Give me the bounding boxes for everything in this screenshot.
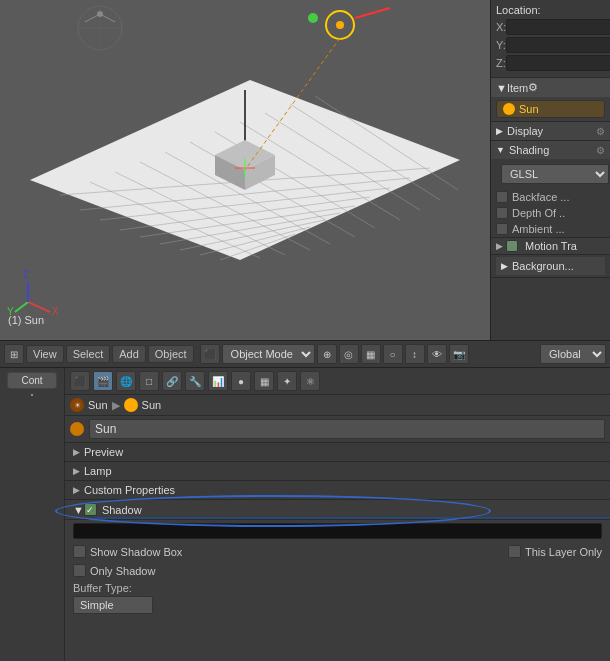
item-section: ▼ Item ⚙ Sun [491, 78, 610, 122]
x-label: X: [496, 21, 506, 33]
lamp-breadcrumb-icon [124, 398, 138, 412]
background-section: ▶ Backgroun... [491, 255, 610, 278]
this-layer-only-item: This Layer Only [508, 545, 602, 558]
global-select[interactable]: Global Local Normal [540, 344, 606, 364]
svg-text:X: X [52, 306, 59, 317]
motion-checkbox[interactable] [506, 240, 518, 252]
shadow-options-row: Show Shadow Box This Layer Only [65, 542, 610, 561]
show-shadow-box-checkbox[interactable] [73, 545, 86, 558]
constraint-icon-btn[interactable]: 🔗 [162, 371, 182, 391]
svg-point-28 [336, 21, 344, 29]
data-icon-btn[interactable]: 📊 [208, 371, 228, 391]
mode-select[interactable]: Object Mode Edit Mode Sculpt Mode [222, 344, 315, 364]
transform-icon[interactable]: ⬛ [200, 344, 220, 364]
shading-label: Shading [509, 144, 549, 156]
background-header[interactable]: ▶ Backgroun... [496, 257, 605, 275]
bottom-panel: Cont ⬛ 🎬 🌐 □ 🔗 🔧 📊 ● ▦ ✦ ⚛ ☀ Sun ▶ Sun [0, 368, 610, 661]
x-value[interactable] [506, 19, 610, 35]
texture-icon-btn[interactable]: ▦ [254, 371, 274, 391]
depth-checkbox[interactable] [496, 207, 508, 219]
show-icon[interactable]: 👁 [427, 344, 447, 364]
shading-mode-select[interactable]: GLSL Multitexture Texture [501, 164, 609, 184]
scene-icon-btn[interactable]: ⬛ [70, 371, 90, 391]
material-icon-btn[interactable]: ● [231, 371, 251, 391]
add-menu[interactable]: Add [112, 345, 146, 363]
sun-breadcrumb-icon: ☀ [70, 398, 84, 412]
location-y-row: Y: [496, 37, 605, 53]
this-layer-only-checkbox[interactable] [508, 545, 521, 558]
backface-label: Backface ... [512, 191, 569, 203]
backface-row: Backface ... [491, 189, 610, 205]
lamp-arrow: ▶ [73, 466, 80, 476]
ambient-label: Ambient ... [512, 223, 565, 235]
display-header[interactable]: ▶ Display ⚙ [491, 122, 610, 140]
snap-icon[interactable]: ⊕ [317, 344, 337, 364]
custom-props-section-header[interactable]: ▶ Custom Properties [65, 481, 610, 500]
render-layer-icon-btn[interactable]: 🎬 [93, 371, 113, 391]
properties-icon-toolbar: ⬛ 🎬 🌐 □ 🔗 🔧 📊 ● ▦ ✦ ⚛ [65, 368, 610, 395]
shadow-options-row2: Only Shadow [65, 561, 610, 580]
shadow-color-bar[interactable] [73, 523, 602, 539]
viewport-3d[interactable]: User Ortho Meters [0, 0, 490, 340]
sun-name: Sun [519, 103, 539, 115]
prop-edit-icon[interactable]: ○ [383, 344, 403, 364]
bg-arrow: ▶ [501, 261, 508, 271]
motion-section: ▶ Motion Tra [491, 238, 610, 255]
custom-props-label: Custom Properties [84, 484, 175, 496]
display-section: ▶ Display ⚙ [491, 122, 610, 141]
bg-label: Backgroun... [512, 260, 574, 272]
shading-header[interactable]: ▼ Shading ⚙ [491, 141, 610, 159]
manipulator-icon[interactable]: ↕ [405, 344, 425, 364]
depth-row: Depth Of .. [491, 205, 610, 221]
world-icon-btn[interactable]: 🌐 [116, 371, 136, 391]
depth-label: Depth Of .. [512, 207, 565, 219]
breadcrumb-bar: ☀ Sun ▶ Sun [65, 395, 610, 416]
only-shadow-item: Only Shadow [73, 564, 155, 577]
y-value[interactable] [506, 37, 610, 53]
shadow-label: Shadow [102, 504, 142, 516]
lamp-section-header[interactable]: ▶ Lamp [65, 462, 610, 481]
preview-arrow: ▶ [73, 447, 80, 457]
sun-lamp-icon [503, 103, 515, 115]
location-section: Location: X: Y: Z: [491, 0, 610, 78]
view-menu[interactable]: View [26, 345, 64, 363]
object-icon-btn[interactable]: □ [139, 371, 159, 391]
buffer-type-label: Buffer Type: [73, 582, 602, 594]
motion-label: Motion Tra [525, 240, 577, 252]
sun-button[interactable]: Sun [496, 100, 605, 118]
modifier-icon-btn[interactable]: 🔧 [185, 371, 205, 391]
breadcrumb-sun: Sun [88, 399, 108, 411]
ambient-row: Ambient ... [491, 221, 610, 237]
only-shadow-label: Only Shadow [90, 565, 155, 577]
particle-icon-btn[interactable]: ✦ [277, 371, 297, 391]
preview-section-header[interactable]: ▶ Preview [65, 443, 610, 462]
sun-name-input[interactable] [89, 419, 605, 439]
select-menu[interactable]: Select [66, 345, 111, 363]
cont-btn[interactable]: Cont [7, 372, 57, 389]
shadow-enable-checkbox[interactable]: ✓ [84, 503, 97, 516]
shadow-section: ▼ ✓ Shadow Show Shadow Box This Layer On… [65, 500, 610, 616]
display-label: Display [507, 125, 543, 137]
item-header[interactable]: ▼ Item ⚙ [491, 78, 610, 97]
svg-point-29 [308, 13, 318, 23]
shading-section: ▼ Shading ⚙ GLSL Multitexture Texture Ba… [491, 141, 610, 238]
backface-checkbox[interactable] [496, 191, 508, 203]
z-value[interactable] [506, 55, 610, 71]
shadow-section-header[interactable]: ▼ ✓ Shadow [65, 500, 610, 520]
only-shadow-checkbox[interactable] [73, 564, 86, 577]
layer-icon[interactable]: ▦ [361, 344, 381, 364]
item-gear-icon: ⚙ [528, 81, 538, 94]
sun-field-icon [70, 422, 84, 436]
viewport-icon-btn[interactable]: ⊞ [4, 344, 24, 364]
main-toolbar: ⊞ View Select Add Object ⬛ Object Mode E… [0, 340, 610, 368]
z-label: Z: [496, 57, 506, 69]
ambient-checkbox[interactable] [496, 223, 508, 235]
custom-arrow: ▶ [73, 485, 80, 495]
location-z-row: Z: [496, 55, 605, 71]
pivot-icon[interactable]: ◎ [339, 344, 359, 364]
render-icon[interactable]: 📷 [449, 344, 469, 364]
physics-icon-btn[interactable]: ⚛ [300, 371, 320, 391]
location-title: Location: [496, 4, 605, 16]
buffer-value[interactable]: Simple [73, 596, 153, 614]
object-menu[interactable]: Object [148, 345, 194, 363]
